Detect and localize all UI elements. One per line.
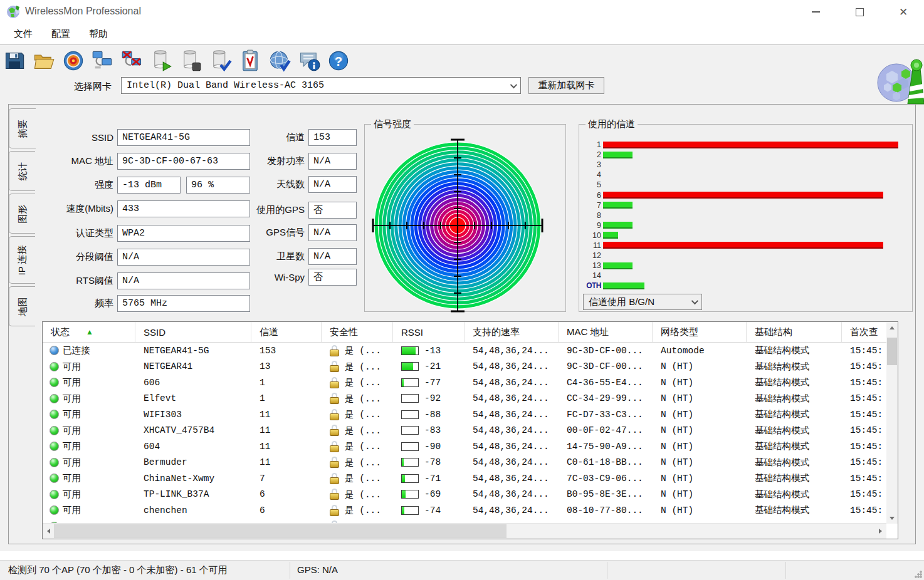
minimize-button[interactable]: [801, 0, 830, 24]
help-icon[interactable]: ?: [327, 49, 350, 72]
cell: N (HT): [653, 393, 747, 403]
log-run-icon[interactable]: [150, 49, 173, 72]
reload-adapter-button[interactable]: 重新加载网卡: [528, 77, 604, 94]
maximize-button[interactable]: [845, 0, 874, 24]
vertical-scrollbar-thumb[interactable]: [887, 338, 897, 365]
field-value-gps-signal[interactable]: N/A: [308, 224, 357, 241]
column-header-6[interactable]: MAC 地址: [559, 322, 653, 342]
menu-item-file[interactable]: 文件: [8, 26, 39, 43]
field-value-tx-power[interactable]: N/A: [308, 153, 357, 170]
status-sphere-icon: [50, 378, 59, 387]
disconnect-network-icon[interactable]: [121, 49, 144, 72]
cell: chenchen: [135, 505, 251, 515]
cell: -71: [393, 474, 465, 484]
column-header-0[interactable]: 状态▲: [43, 322, 135, 342]
table-row[interactable]: 可用WIFI30311是 (...-8854,48,36,24...FC-D7-…: [43, 407, 886, 423]
menu-item-config[interactable]: 配置: [45, 26, 76, 43]
column-header-3[interactable]: 安全性: [322, 322, 393, 342]
signal-strength-group: 信号强度: [364, 124, 566, 312]
field-value-frequency[interactable]: 5765 MHz: [117, 295, 250, 312]
field-value-wi-spy[interactable]: 否: [308, 269, 357, 286]
lock-icon: [330, 361, 339, 372]
cell: ChinaNet-Xwmy: [135, 474, 251, 484]
channel-row-11: 11: [583, 241, 907, 251]
column-header-7[interactable]: 网络类型: [653, 322, 747, 342]
channel-usage-selector[interactable]: 信道使用 B/G/N: [583, 294, 702, 310]
ap-table-rows: 已连接NETGEAR41-5G153是 (...-1354,48,36,24..…: [43, 343, 886, 524]
field-value-channel[interactable]: 153: [308, 129, 357, 146]
cell: N (HT): [653, 474, 747, 484]
wirelessmon-logo: [874, 58, 924, 105]
table-row[interactable]: 可用ChinaNet-Xwmy7是 (...-7154,48,36,24...7…: [43, 470, 886, 487]
lock-icon: [330, 425, 339, 436]
adapter-combobox[interactable]: Intel(R) Dual Band Wireless-AC 3165: [121, 77, 521, 94]
table-row[interactable]: 可用TP-LINK_B37A6是 (...-6954,48,36,24...B0…: [43, 487, 886, 503]
cell: N (HT): [653, 442, 747, 452]
lock-icon: [330, 441, 339, 452]
scroll-left-arrow[interactable]: [43, 526, 54, 536]
menu-item-help[interactable]: 帮助: [83, 26, 114, 43]
close-button[interactable]: ✕: [889, 0, 918, 24]
save-icon[interactable]: [3, 49, 26, 72]
channel-row-10: 10: [583, 230, 907, 241]
scroll-right-arrow[interactable]: [875, 526, 886, 536]
log-verify-icon[interactable]: [209, 49, 232, 72]
cell: B0-95-8E-3E...: [559, 489, 653, 499]
cell: 54,48,36,24...: [465, 457, 559, 467]
report-clipboard-icon[interactable]: [239, 49, 261, 72]
rssi-bar: [401, 474, 419, 483]
cell: 1: [251, 378, 322, 388]
channel-label: 2: [583, 150, 603, 159]
field-value-gps-used[interactable]: 否: [308, 202, 357, 219]
table-row[interactable]: 已连接NETGEAR41-5G153是 (...-1354,48,36,24..…: [43, 343, 886, 359]
field-value-satellite-count[interactable]: N/A: [308, 248, 357, 265]
table-row[interactable]: 可用Bermuder11是 (...-7854,48,36,24...C0-61…: [43, 455, 886, 471]
cell: 是 (...: [322, 376, 393, 388]
cell: 可用: [43, 425, 135, 437]
cell: 15:45:: [842, 393, 886, 403]
table-row[interactable]: 可用XHCATV_4757B411是 (...-8354,48,36,24...…: [43, 423, 886, 439]
column-header-9[interactable]: 首次查: [842, 322, 888, 342]
chevron-down-icon: [691, 298, 698, 304]
table-row[interactable]: 可用Elfevt1是 (...-9254,48,36,24...CC-34-29…: [43, 391, 886, 407]
column-header-8[interactable]: 基础结构: [747, 322, 842, 342]
horizontal-scrollbar-thumb[interactable]: [54, 524, 507, 538]
scroll-down-arrow[interactable]: [886, 513, 898, 524]
horizontal-scrollbar[interactable]: [43, 523, 886, 539]
scroll-up-arrow[interactable]: [886, 322, 898, 333]
cell: 可用: [43, 376, 135, 388]
channel-label: 1: [583, 140, 603, 149]
table-row[interactable]: 可用6061是 (...-7754,48,36,24...C4-36-55-E4…: [43, 375, 886, 391]
table-row[interactable]: 可用NETGEAR4113是 (...-2154,48,36,24...9C-3…: [43, 359, 886, 375]
rssi-bar: [401, 362, 419, 371]
open-folder-icon[interactable]: [33, 49, 55, 72]
cell: 是 (...: [322, 393, 393, 405]
cell: -74: [393, 505, 465, 515]
cell: 是 (...: [322, 504, 393, 516]
column-header-4[interactable]: RSSI: [393, 322, 465, 342]
web-check-icon[interactable]: [268, 49, 291, 72]
rssi-bar: [401, 458, 419, 467]
column-header-2[interactable]: 信道: [251, 322, 322, 342]
cell: 是 (...: [322, 425, 393, 437]
column-header-5[interactable]: 支持的速率: [465, 322, 559, 342]
resize-grip[interactable]: [915, 571, 922, 578]
log-stop-icon[interactable]: [180, 49, 202, 72]
cell: 是 (...: [322, 361, 393, 373]
cell: 15:45:: [842, 425, 886, 435]
table-row[interactable]: 可用60411是 (...-9054,48,36,24...14-75-90-A…: [43, 438, 886, 455]
column-header-1[interactable]: SSID: [135, 322, 251, 342]
ap-table: 状态▲SSID信道安全性RSSI支持的速率MAC 地址网络类型基础结构首次查 已…: [42, 321, 898, 539]
target-icon[interactable]: [62, 49, 85, 72]
field-label-antenna-count: 天线数: [216, 179, 305, 190]
chevron-down-icon: [510, 81, 517, 88]
cell: 基础结构模式: [747, 440, 842, 452]
cell: 7C-03-C9-06...: [559, 474, 653, 484]
connect-network-icon[interactable]: [92, 49, 114, 72]
table-row[interactable]: 可用chenchen6是 (...-7454,48,36,24...08-10-…: [43, 502, 886, 519]
feedback-info-icon[interactable]: [298, 49, 320, 72]
cell: 15:45:: [842, 410, 886, 420]
vertical-scrollbar[interactable]: [886, 322, 898, 524]
field-value-antenna-count[interactable]: N/A: [308, 176, 357, 193]
cell: 7: [251, 474, 322, 484]
